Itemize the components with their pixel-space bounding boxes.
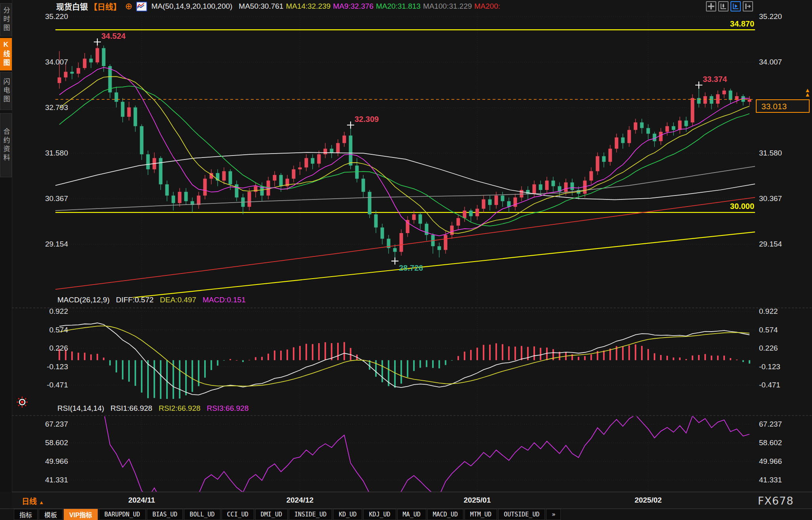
ma-value: MA20:31.813	[376, 2, 421, 10]
toolbar-tab-macdud[interactable]: MACD_UD	[427, 509, 463, 520]
triangle-up-icon: ▲	[39, 499, 44, 505]
toolbar-tab-vip[interactable]: VIP指标	[64, 509, 98, 520]
month-label: 2024/11	[114, 496, 169, 505]
macd-diff-value: DIFF:0.572	[116, 296, 154, 304]
toolbar-tab-dmiud[interactable]: DMI_UD	[255, 509, 288, 520]
toolbar-tab-mtmud[interactable]: MTM_UD	[465, 509, 497, 520]
toolbar-tab-barupdnud[interactable]: BARUPDN_UD	[99, 509, 146, 520]
rsi3-value: RSI3:66.928	[207, 404, 249, 413]
ma-value: MA100:31.229	[423, 2, 472, 10]
watermark: FX678	[758, 495, 794, 507]
chart-toolbar	[706, 1, 753, 11]
ma-value: MA14:32.239	[286, 2, 330, 10]
month-label: 2024/12	[272, 496, 328, 505]
rsi-title: RSI(14,14,14)	[57, 404, 104, 413]
ma-value: MA200:	[474, 2, 500, 10]
toolbar-tab-bollud[interactable]: BOLL_UD	[184, 509, 220, 520]
ma-settings-label: MA(50,14,9,20,100,200)	[151, 2, 232, 11]
line-chart-icon[interactable]	[136, 2, 147, 11]
time-axis: 日线 ▲ 2024/112024/122025/012025/02 FX678	[12, 492, 812, 509]
month-label: 2025/01	[450, 496, 505, 505]
ma-value: MA50:30.761	[239, 2, 283, 10]
rsi2-value: RSI2:66.928	[159, 404, 201, 413]
axis-candle-icon[interactable]	[718, 1, 729, 11]
indicator-toolbar: 指标模板VIP指标BARUPDN_UDBIAS_UDBOLL_UDCCI_UDD…	[0, 509, 812, 520]
toolbar-tab-outsideud[interactable]: OUTSIDE_UD	[498, 509, 545, 520]
toolbar-tab-maud[interactable]: MA_UD	[397, 509, 426, 520]
ma-values: MA50:30.761MA14:32.239MA9:32.376MA20:31.…	[236, 2, 500, 11]
record-indicator-icon	[16, 396, 28, 410]
charting-app: 分时图 K线图 闪电图 合约资料 现货白银 【日线】 ⊕ MA(50,14,9,…	[0, 0, 812, 520]
axis-play-icon[interactable]	[730, 1, 741, 11]
toolbar-tab-insideud[interactable]: INSIDE_UD	[289, 509, 332, 520]
move-icon[interactable]	[706, 1, 716, 11]
last-price-box: 33.013	[756, 99, 810, 113]
support-level-label: 30.000	[696, 202, 754, 211]
period-tag: 【日线】	[89, 1, 121, 12]
rsi-header: RSI(14,14,14) RSI1:66.928 RSI2:66.928 RS…	[57, 404, 249, 413]
crosshair-toggle-icon[interactable]: ⊕	[125, 2, 132, 11]
period-selector[interactable]: 日线 ▲	[22, 495, 44, 506]
shift-right-icon[interactable]	[743, 1, 753, 11]
rsi1-value: RSI1:66.928	[110, 404, 152, 413]
resistance-level-label: 34.870	[696, 19, 754, 28]
toolbar-tab-[interactable]: 模板	[39, 509, 63, 520]
macd-dea-value: DEA:0.497	[160, 296, 196, 304]
candlestick-chart[interactable]	[0, 0, 812, 520]
price-up-arrows-icon: ▲▲	[799, 88, 810, 97]
macd-macd-value: MACD:0.151	[203, 296, 246, 304]
toolbar-tab-[interactable]: 指标	[14, 509, 38, 520]
toolbar-tab-[interactable]: »	[546, 509, 561, 520]
toolbar-tab-biasud[interactable]: BIAS_UD	[147, 509, 183, 520]
macd-header: MACD(26,12,9) DIFF:0.572 DEA:0.497 MACD:…	[57, 296, 246, 304]
symbol-name: 现货白银	[56, 1, 88, 12]
toolbar-tab-cciud[interactable]: CCI_UD	[222, 509, 254, 520]
month-label: 2025/02	[620, 496, 676, 505]
macd-title: MACD(26,12,9)	[57, 296, 110, 304]
toolbar-tab-kdjud[interactable]: KDJ_UD	[363, 509, 396, 520]
ma-value: MA9:32.376	[333, 2, 373, 10]
toolbar-tab-kdud[interactable]: KD_UD	[333, 509, 362, 520]
chart-header: 现货白银 【日线】 ⊕ MA(50,14,9,20,100,200) MA50:…	[56, 1, 500, 12]
